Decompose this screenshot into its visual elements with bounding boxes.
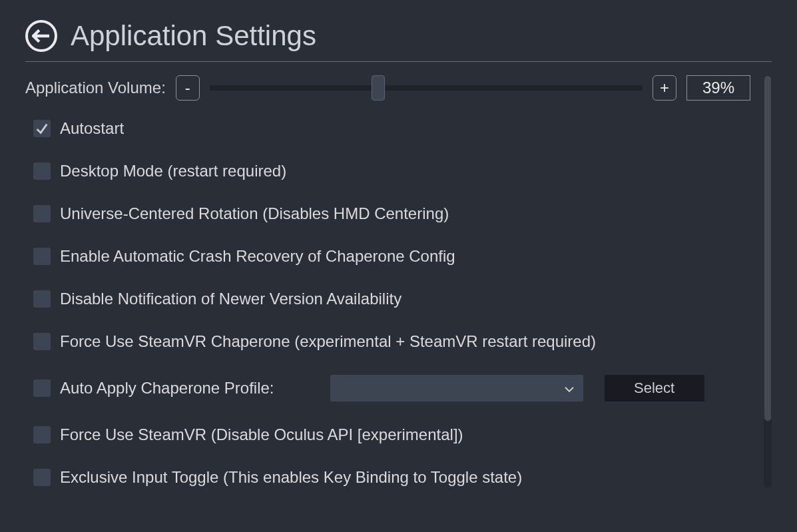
option-label: Disable Notification of Newer Version Av… [60,290,401,308]
checkbox-auto-apply-profile[interactable] [33,380,51,397]
checkbox-universe-rotation[interactable] [33,205,51,222]
volume-percent-display: 39% [686,75,750,101]
option-label: Force Use SteamVR Chaperone (experimenta… [60,332,596,351]
option-label: Auto Apply Chaperone Profile: [60,379,274,398]
option-label: Autostart [60,119,124,138]
checkbox-desktop-mode[interactable] [33,162,51,180]
checkbox-force-steamvr-chaperone[interactable] [33,333,51,350]
arrow-left-icon [32,29,49,43]
option-desktop-mode: Desktop Mode (restart required) [33,162,750,180]
checkbox-force-steamvr[interactable] [33,426,51,443]
back-button[interactable] [25,20,57,52]
option-label: Universe-Centered Rotation (Disables HMD… [60,204,449,223]
option-label: Force Use SteamVR (Disable Oculus API [e… [60,425,463,444]
volume-increase-button[interactable]: + [653,75,676,101]
checkbox-disable-notification[interactable] [33,290,51,308]
volume-decrease-button[interactable]: - [176,75,200,101]
check-icon [35,121,49,136]
select-profile-button[interactable]: Select [605,375,704,401]
option-force-steamvr: Force Use SteamVR (Disable Oculus API [e… [33,425,750,444]
slider-thumb[interactable] [372,75,385,101]
option-label: Enable Automatic Crash Recovery of Chape… [60,247,455,266]
checkbox-autostart[interactable] [33,120,51,137]
option-disable-notification: Disable Notification of Newer Version Av… [33,290,750,308]
profile-dropdown[interactable] [330,375,583,401]
page-title: Application Settings [71,20,316,52]
checkbox-crash-recovery[interactable] [33,248,51,265]
scrollbar-thumb[interactable] [764,75,772,421]
volume-slider[interactable] [210,75,643,101]
volume-label: Application Volume: [25,79,166,97]
chevron-down-icon [565,384,574,396]
option-exclusive-input-toggle: Exclusive Input Toggle (This enables Key… [33,468,750,487]
volume-control-row: Application Volume: - + 39% [25,75,750,101]
option-label: Exclusive Input Toggle (This enables Key… [60,468,522,487]
options-list: Autostart Desktop Mode (restart required… [25,119,750,487]
option-label: Desktop Mode (restart required) [60,162,286,180]
page-header: Application Settings [25,20,772,62]
scrollbar[interactable] [764,75,772,488]
slider-track [210,85,643,91]
option-autostart: Autostart [33,119,750,138]
option-force-steamvr-chaperone: Force Use SteamVR Chaperone (experimenta… [33,332,750,351]
option-crash-recovery: Enable Automatic Crash Recovery of Chape… [33,247,750,266]
option-universe-rotation: Universe-Centered Rotation (Disables HMD… [33,204,750,223]
checkbox-exclusive-input-toggle[interactable] [33,469,51,486]
option-auto-apply-profile: Auto Apply Chaperone Profile: Select [33,375,750,401]
